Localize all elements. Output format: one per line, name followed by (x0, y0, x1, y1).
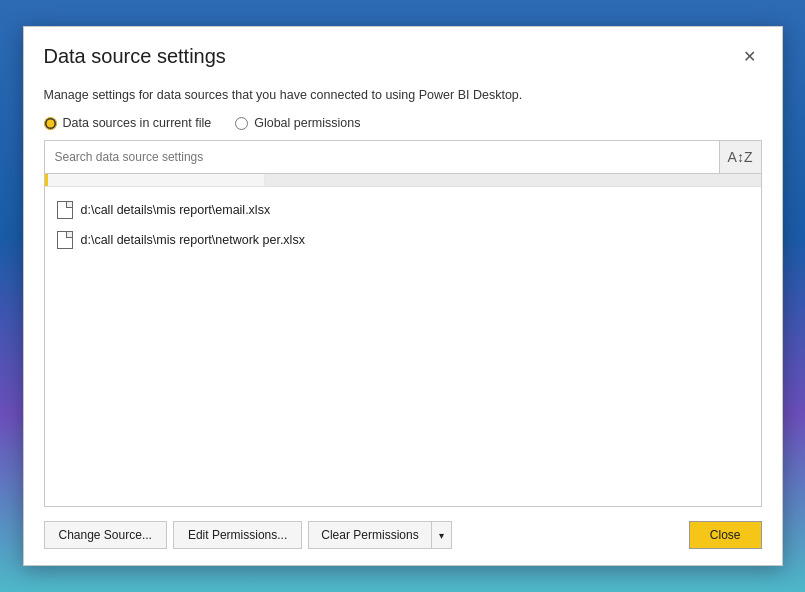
sort-icon: A↕Z (728, 149, 753, 165)
radio-global-input[interactable] (235, 117, 248, 130)
file-icon-1 (57, 201, 73, 219)
footer-left-buttons: Change Source... Edit Permissions... Cle… (44, 521, 452, 549)
radio-global-permissions[interactable]: Global permissions (235, 116, 360, 130)
close-icon[interactable]: ✕ (737, 47, 762, 67)
search-bar: A↕Z (44, 140, 762, 174)
list-header-col1 (45, 174, 265, 186)
list-header (45, 174, 761, 187)
dialog-overlay: Data source settings ✕ Manage settings f… (13, 11, 793, 581)
list-container[interactable]: d:\call details\mis report\email.xlsx d:… (44, 174, 762, 507)
dialog-header: Data source settings ✕ (24, 27, 782, 78)
list-item[interactable]: d:\call details\mis report\network per.x… (45, 225, 761, 255)
radio-current-file-input[interactable] (44, 117, 57, 130)
dialog-body: Manage settings for data sources that yo… (24, 78, 782, 507)
file-path-2: d:\call details\mis report\network per.x… (81, 233, 305, 247)
dialog-close-button[interactable]: Close (689, 521, 762, 549)
list-header-col2 (265, 174, 761, 186)
file-icon-2 (57, 231, 73, 249)
clear-permissions-split-button: Clear Permissions ▾ (308, 521, 451, 549)
radio-group: Data sources in current file Global perm… (44, 116, 762, 130)
file-path-1: d:\call details\mis report\email.xlsx (81, 203, 271, 217)
dialog-title: Data source settings (44, 45, 226, 68)
radio-global-label: Global permissions (254, 116, 360, 130)
sort-button[interactable]: A↕Z (719, 141, 761, 173)
clear-permissions-button[interactable]: Clear Permissions (308, 521, 430, 549)
radio-current-file-label: Data sources in current file (63, 116, 212, 130)
dialog-description: Manage settings for data sources that yo… (44, 88, 762, 102)
data-source-dialog: Data source settings ✕ Manage settings f… (23, 26, 783, 566)
search-input[interactable] (45, 143, 719, 171)
radio-current-file[interactable]: Data sources in current file (44, 116, 212, 130)
list-items: d:\call details\mis report\email.xlsx d:… (45, 187, 761, 263)
edit-permissions-button[interactable]: Edit Permissions... (173, 521, 302, 549)
clear-permissions-dropdown[interactable]: ▾ (431, 521, 452, 549)
dialog-footer: Change Source... Edit Permissions... Cle… (24, 507, 782, 565)
list-item[interactable]: d:\call details\mis report\email.xlsx (45, 195, 761, 225)
change-source-button[interactable]: Change Source... (44, 521, 167, 549)
